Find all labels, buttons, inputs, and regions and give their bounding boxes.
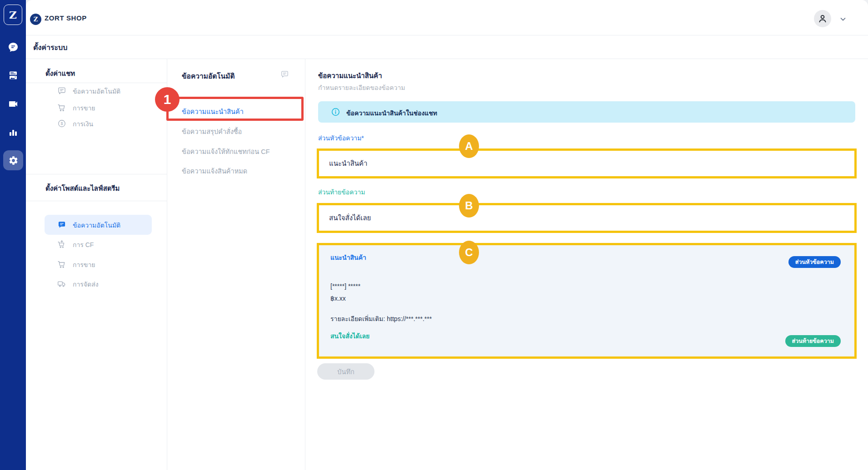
page-title-bar: ตั้งค่าระบบ	[26, 35, 868, 59]
post-settings-section-title: ตั้งค่าโพสต์และไลฟ์สตรีม	[45, 183, 120, 194]
preview-header-text: แนะนำสินค้า	[330, 252, 366, 262]
truck-icon	[57, 279, 66, 288]
menu-item-order-summary-message[interactable]: ข้อความสรุปคำสั่งซื้อ	[182, 126, 242, 137]
annotation-highlight-rect	[166, 97, 304, 121]
header-part-badge: ส่วนหัวข้อความ	[788, 256, 841, 268]
sidebar-item-sales-post[interactable]: การขาย	[73, 260, 95, 270]
shop-name: ZORT SHOP	[45, 14, 87, 22]
app-sidebar: Z	[0, 0, 26, 470]
sidebar-item-shipping[interactable]: การจัดส่ง	[73, 279, 99, 289]
header-message-input[interactable]	[319, 151, 854, 176]
sidebar-item-auto-message-chat[interactable]: ข้อความอัตโนมัติ	[73, 86, 120, 96]
user-avatar[interactable]	[814, 10, 831, 27]
chat-square-icon	[57, 220, 66, 229]
editor-subtitle: กำหนดรายละเอียดของข้อความ	[318, 83, 405, 93]
sidebar-item-auto-message-post[interactable]: ข้อความอัตโนมัติ	[73, 220, 120, 230]
app-root: Z Z ZORT SHOP	[0, 0, 868, 470]
footer-part-badge: ส่วนท้ายข้อความ	[785, 335, 841, 347]
info-icon	[331, 107, 340, 117]
editor-title: ข้อความแนะนำสินค้า	[318, 70, 382, 81]
divider	[26, 83, 167, 83]
save-button[interactable]: บันทึก	[317, 363, 374, 380]
zort-logo-letter: Z	[9, 9, 17, 21]
chevron-down-icon[interactable]	[839, 15, 847, 23]
sidebar-item-cf[interactable]: การ CF	[73, 240, 94, 250]
sidebar-item-finance-chat[interactable]: การเงิน	[73, 119, 93, 129]
info-banner-text: ข้อความแนะนำสินค้าในช่องแชท	[346, 108, 437, 118]
menu-item-chat-before-cf-message[interactable]: ข้อความแจ้งให้ทักแชทก่อน CF	[182, 146, 270, 157]
footer-field-label: ส่วนท้ายข้อความ	[318, 187, 365, 197]
header-field-box	[317, 148, 857, 178]
preview-price-line: ฿x.xx	[330, 295, 346, 302]
preview-detail-line: รายละเอียดเพิ่มเติม: https://***.***.***	[330, 314, 432, 324]
top-header: Z ZORT SHOP	[26, 0, 868, 35]
shop-logo-letter: Z	[34, 16, 38, 23]
posts-icon[interactable]	[7, 69, 19, 81]
svg-text:$: $	[60, 121, 63, 126]
message-editor: ข้อความแนะนำสินค้า กำหนดรายละเอียดของข้อ…	[305, 59, 868, 470]
main-shell: Z ZORT SHOP ตั้งค่าระบบ ตั้งค่าแชท	[26, 0, 868, 470]
cart-plus-icon	[57, 240, 66, 249]
preview-footer-text: สนใจสั่งได้เลย	[330, 331, 369, 341]
menu-item-out-of-stock-message[interactable]: ข้อความแจ้งสินค้าหมด	[182, 166, 247, 176]
annotation-marker-b: B	[459, 194, 479, 218]
page-title: ตั้งค่าระบบ	[33, 42, 67, 53]
live-video-icon[interactable]	[7, 98, 19, 110]
settings-icon[interactable]	[3, 150, 23, 170]
footer-message-input[interactable]	[319, 205, 854, 231]
content-area: ตั้งค่าแชท ข้อความอัตโนมัติ การขาย $ การ…	[26, 59, 868, 470]
stats-icon[interactable]	[7, 126, 19, 138]
sidebar-item-sales-chat[interactable]: การขาย	[73, 103, 95, 113]
chat-bubble-icon[interactable]	[7, 41, 19, 53]
message-preview: แนะนำสินค้า [*****] ***** ฿x.xx รายละเอี…	[317, 243, 857, 359]
annotation-step-1: 1	[155, 87, 180, 112]
chat-square-icon	[280, 70, 289, 79]
divider	[26, 174, 167, 174]
chat-square-icon	[57, 86, 66, 95]
chat-settings-section-title: ตั้งค่าแชท	[45, 68, 75, 79]
zort-logo-icon[interactable]: Z	[4, 5, 22, 25]
info-banner: ข้อความแนะนำสินค้าในช่องแชท	[318, 101, 855, 123]
annotation-marker-a: A	[459, 134, 479, 158]
footer-field-box	[317, 203, 857, 233]
divider	[26, 201, 167, 201]
settings-nav: ตั้งค่าแชท ข้อความอัตโนมัติ การขาย $ การ…	[26, 59, 167, 470]
preview-product-line: [*****] *****	[330, 282, 360, 290]
auto-message-nav-title: ข้อความอัตโนมัติ	[182, 70, 234, 82]
cart-icon	[57, 260, 66, 269]
dollar-circle-icon: $	[57, 119, 66, 128]
header-field-label: ส่วนหัวข้อความ*	[318, 133, 364, 143]
shop-logo-icon: Z	[30, 14, 41, 25]
annotation-marker-c: C	[459, 241, 479, 264]
cart-icon	[57, 103, 66, 112]
